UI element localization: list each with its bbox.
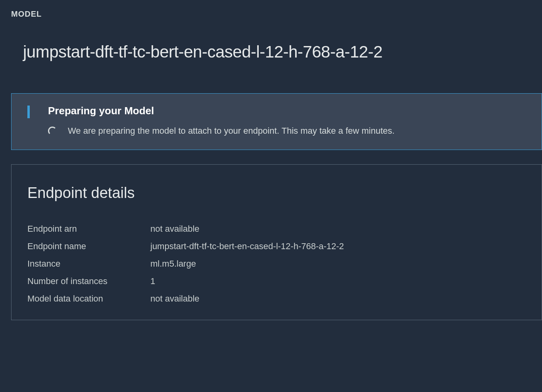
status-alert: Preparing your Model We are preparing th… [11, 93, 542, 150]
endpoint-details-panel: Endpoint details Endpoint arn not availa… [11, 164, 542, 320]
alert-accent-bar [27, 106, 30, 118]
detail-value: not available [150, 224, 526, 234]
model-title: jumpstart-dft-tf-tc-bert-en-cased-l-12-h… [23, 42, 542, 61]
alert-message: We are preparing the model to attach to … [68, 126, 394, 136]
alert-title: Preparing your Model [48, 105, 526, 117]
detail-value: jumpstart-dft-tf-tc-bert-en-cased-l-12-h… [150, 241, 526, 252]
detail-label: Number of instances [27, 276, 150, 286]
loading-spinner-icon [48, 127, 57, 135]
detail-label: Model data location [27, 294, 150, 304]
endpoint-details-grid: Endpoint arn not available Endpoint name… [27, 224, 526, 304]
breadcrumb[interactable]: MODEL [11, 10, 542, 19]
detail-label: Endpoint arn [27, 224, 150, 234]
detail-value: not available [150, 294, 526, 304]
endpoint-details-heading: Endpoint details [27, 184, 526, 202]
detail-value: 1 [150, 276, 526, 286]
detail-value: ml.m5.large [150, 259, 526, 269]
detail-label: Endpoint name [27, 241, 150, 252]
detail-label: Instance [27, 259, 150, 269]
